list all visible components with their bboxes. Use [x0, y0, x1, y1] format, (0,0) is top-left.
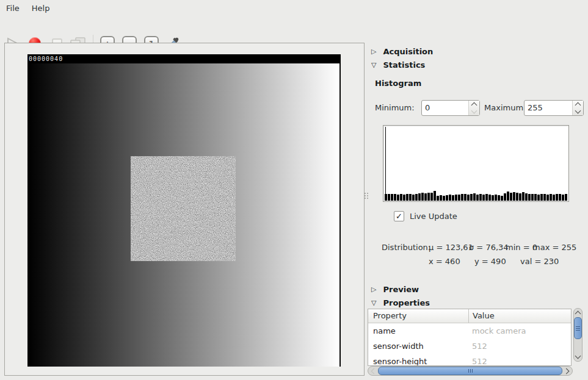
menu-file[interactable]: File [0, 2, 26, 15]
section-statistics[interactable]: ▽ Statistics [368, 59, 425, 71]
histogram-bar [440, 195, 442, 201]
checkbox-checked-icon: ✓ [394, 211, 404, 221]
scroll-up-button[interactable] [574, 309, 582, 317]
section-label: Statistics [383, 60, 425, 70]
chevron-left-icon [371, 368, 377, 374]
histogram-bar [488, 195, 491, 201]
chevron-right-icon: ▷ [371, 285, 376, 293]
histogram-bar [525, 193, 528, 201]
histogram-bar [446, 195, 448, 201]
scroll-right-button[interactable] [562, 367, 572, 375]
maximum-label: Maximum: [484, 103, 526, 112]
property-value: 512 [468, 339, 571, 354]
minimum-spinbox[interactable]: 0 [421, 100, 480, 116]
section-acquisition[interactable]: ▷ Acquisition [368, 45, 433, 57]
chevron-down-icon: ▽ [371, 299, 376, 307]
histogram-bar [430, 193, 433, 201]
histogram-bars [385, 191, 567, 201]
histogram-bar [485, 194, 488, 201]
histogram-bar [403, 195, 405, 201]
histogram-bar [418, 193, 421, 201]
histogram-bar [565, 194, 567, 201]
cursor-y: y = 490 [474, 257, 506, 266]
live-update-checkbox[interactable]: ✓ Live Update [394, 211, 457, 221]
distribution-label: Distribution: [382, 243, 430, 252]
chevron-right-icon [564, 368, 570, 374]
histogram-bar [513, 192, 515, 201]
histogram-bar [495, 195, 497, 201]
spin-up-button[interactable] [469, 101, 479, 108]
histogram-bar [467, 195, 470, 201]
table-row[interactable]: sensor-width 512 [368, 339, 571, 354]
spin-down-button[interactable] [469, 108, 479, 115]
histogram-bar [434, 191, 436, 201]
histogram-bar [409, 194, 412, 201]
vertical-scrollbar[interactable] [573, 308, 583, 362]
histogram-bar [415, 194, 418, 201]
histogram-bar [388, 194, 390, 201]
histogram-bar [443, 196, 445, 201]
histogram-bar [421, 193, 424, 201]
noise-region [131, 156, 236, 261]
properties-table: Property Value name mock camera sensor-w… [368, 309, 572, 366]
histogram-bar [452, 195, 454, 201]
histogram-bar [498, 195, 500, 201]
histogram-bar [537, 195, 540, 201]
column-header-property[interactable]: Property [368, 309, 469, 323]
toolbar: + − 1 [0, 16, 588, 39]
histogram-bar [406, 194, 408, 201]
spin-down-button[interactable] [573, 108, 583, 115]
camera-image-view[interactable]: 00000040 [27, 54, 341, 367]
minimum-value[interactable]: 0 [422, 101, 468, 115]
histogram-bar [476, 195, 479, 201]
table-row[interactable]: sensor-height 512 [368, 354, 571, 366]
table-row[interactable]: name mock camera [368, 323, 571, 339]
histogram-bar [550, 194, 552, 201]
maximum-spinbox[interactable]: 255 [524, 100, 584, 116]
histogram-bar [553, 195, 555, 201]
histogram-bar [479, 194, 482, 201]
frame-counter: 00000040 [27, 54, 341, 63]
scroll-left-button[interactable] [368, 367, 378, 375]
histogram-bar [458, 195, 460, 201]
spin-arrows [572, 101, 583, 115]
menu-help[interactable]: Help [26, 2, 56, 15]
settings-panel: ▷ Acquisition ▽ Statistics Histogram Min… [368, 43, 588, 380]
minimum-label: Minimum: [375, 103, 415, 112]
cursor-x: x = 460 [429, 257, 460, 266]
column-header-value[interactable]: Value [469, 309, 571, 323]
histogram-bar [501, 196, 503, 201]
horizontal-scrollbar[interactable] [368, 366, 573, 376]
histogram-bar [543, 194, 546, 201]
histogram-bar [437, 196, 439, 201]
maximum-value[interactable]: 255 [524, 101, 572, 115]
histogram-bar [528, 194, 531, 201]
section-label: Acquisition [383, 47, 433, 56]
image-right-edge [339, 63, 341, 367]
histogram-bar [556, 194, 558, 201]
horizontal-scroll-thumb[interactable] [378, 367, 562, 375]
section-preview[interactable]: ▷ Preview [368, 283, 419, 295]
histogram-bar [400, 194, 402, 201]
histogram-bar [516, 193, 518, 201]
section-properties[interactable]: ▽ Properties [368, 296, 430, 309]
vertical-scroll-thumb[interactable] [574, 317, 582, 339]
scroll-down-button[interactable] [574, 353, 582, 361]
histogram-bar [394, 194, 396, 201]
cursor-val: val = 230 [520, 257, 559, 266]
chevron-up-icon [575, 311, 581, 317]
histogram-bar [482, 195, 485, 201]
histogram-bar [397, 195, 399, 201]
histogram-bar [470, 194, 473, 201]
histogram-bar [534, 194, 537, 201]
histogram-bar [385, 194, 387, 201]
histogram-bar [492, 195, 494, 201]
histogram-bar [424, 193, 427, 201]
chevron-down-icon: ▽ [371, 61, 376, 69]
histogram-bar [504, 193, 506, 201]
histogram-bar [427, 193, 430, 201]
spin-up-button[interactable] [573, 101, 583, 108]
histogram-bar [449, 195, 451, 201]
chevron-down-icon [575, 353, 581, 359]
histogram-bar [455, 195, 457, 201]
